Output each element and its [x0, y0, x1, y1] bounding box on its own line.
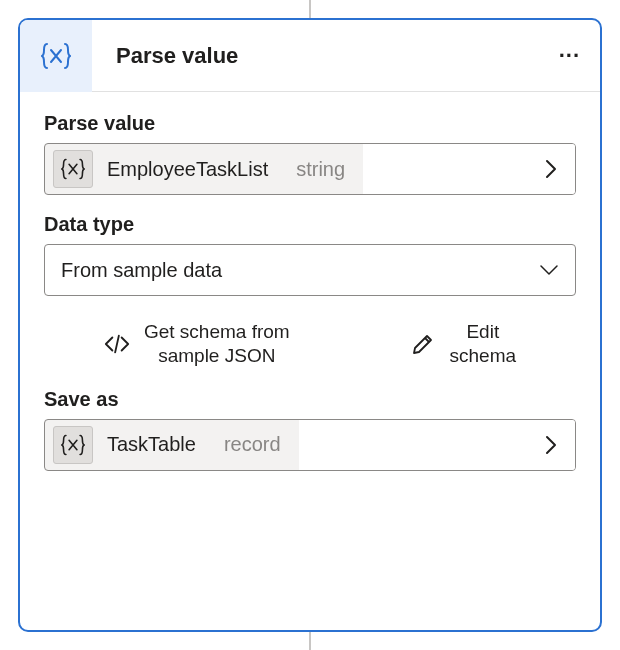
- code-icon: [104, 331, 130, 357]
- data-type-field-group: Data type From sample data: [44, 213, 576, 296]
- data-type-select[interactable]: From sample data: [44, 244, 576, 296]
- edit-schema-label: Edit schema: [450, 320, 517, 368]
- card-body: Parse value EmployeeTaskList string: [20, 92, 600, 495]
- card-icon-container: [20, 20, 92, 92]
- parse-value-card: Parse value ··· Parse value EmployeeTask…: [18, 18, 602, 632]
- edit-schema-button[interactable]: Edit schema: [410, 320, 517, 368]
- parse-value-token[interactable]: EmployeeTaskList string: [45, 144, 363, 194]
- card-title: Parse value: [92, 43, 539, 69]
- parse-value-field-group: Parse value EmployeeTaskList string: [44, 112, 576, 195]
- schema-actions-row: Get schema from sample JSON Edit schema: [44, 314, 576, 370]
- expand-chevron-button[interactable]: [527, 144, 575, 194]
- expand-chevron-button[interactable]: [527, 420, 575, 470]
- pencil-icon: [410, 331, 436, 357]
- save-as-token[interactable]: TaskTable record: [45, 420, 299, 470]
- get-schema-button[interactable]: Get schema from sample JSON: [104, 320, 290, 368]
- save-as-label: Save as: [44, 388, 576, 411]
- token-type: string: [278, 144, 363, 194]
- data-type-value: From sample data: [61, 259, 222, 282]
- chevron-down-icon: [539, 264, 559, 276]
- field-spacer: [363, 144, 527, 194]
- variable-icon: [53, 426, 93, 464]
- connector-line-top: [309, 0, 311, 18]
- connector-line-bottom: [309, 632, 311, 650]
- more-menu-button[interactable]: ···: [539, 43, 600, 69]
- token-name: TaskTable: [103, 433, 196, 456]
- variable-braces-icon: [41, 42, 71, 70]
- data-type-label: Data type: [44, 213, 576, 236]
- save-as-field-group: Save as TaskTable record: [44, 388, 576, 471]
- get-schema-label: Get schema from sample JSON: [144, 320, 290, 368]
- field-spacer: [299, 420, 527, 470]
- save-as-input[interactable]: TaskTable record: [44, 419, 576, 471]
- card-header: Parse value ···: [20, 20, 600, 92]
- token-name: EmployeeTaskList: [103, 158, 268, 181]
- variable-icon: [53, 150, 93, 188]
- token-type: record: [206, 420, 299, 470]
- parse-value-label: Parse value: [44, 112, 576, 135]
- parse-value-input[interactable]: EmployeeTaskList string: [44, 143, 576, 195]
